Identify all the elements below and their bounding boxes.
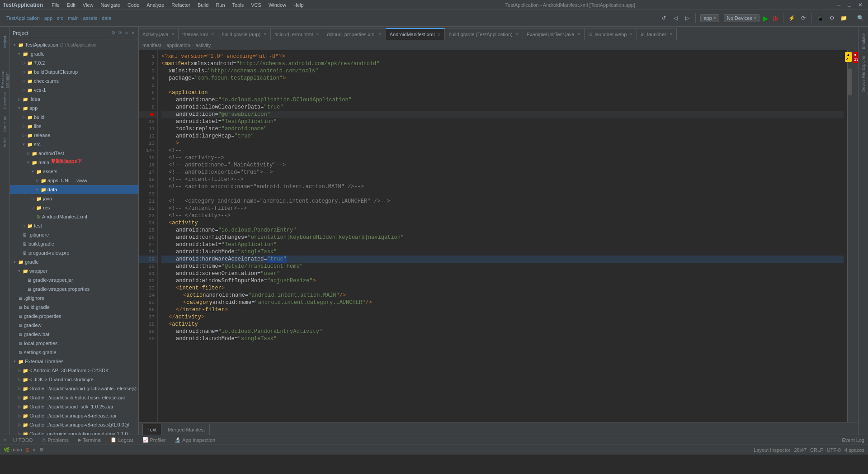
tree-item-app[interactable]: ▾ 📁 app: [10, 104, 138, 113]
encoding-status[interactable]: UTF-8: [827, 447, 841, 453]
nav-back-button[interactable]: ◁: [670, 13, 680, 23]
menu-build[interactable]: Build: [194, 1, 212, 9]
tab-close-buildgradle-app[interactable]: ✕: [263, 32, 267, 37]
menu-file[interactable]: File: [48, 1, 63, 9]
tab-merged-manifest[interactable]: Merged Manifest: [163, 424, 210, 435]
tree-item-7.0.2[interactable]: ▷ 📁 7.0.2: [10, 58, 138, 67]
tree-item-gradle-folder[interactable]: ▾ 📁 gradle: [10, 257, 138, 266]
menu-analyze[interactable]: Analyze: [143, 1, 167, 9]
tree-item-apps-uni[interactable]: ▷ 📁 apps_UNI_...www: [10, 176, 138, 185]
event-log-tab[interactable]: Event Log: [842, 437, 864, 443]
sdk-manager-button[interactable]: ⚙: [827, 13, 837, 23]
tab-text[interactable]: Text: [142, 424, 161, 435]
git-branch[interactable]: 🌿 main: [4, 447, 22, 453]
avd-manager-button[interactable]: 📱: [815, 13, 825, 23]
tree-item-gradle-properties[interactable]: 🗎 gradle.properties: [10, 312, 138, 321]
tab-dcloud-error[interactable]: dcloud_error.html ✕: [271, 28, 323, 40]
tree-item-build[interactable]: ▷ 📁 build: [10, 113, 138, 122]
tree-item-buildoutputcleanup[interactable]: ▷ 📁 buildOutputCleanup: [10, 67, 138, 76]
tab-close-activity[interactable]: ✕: [171, 32, 175, 37]
menu-tools[interactable]: Tools: [229, 1, 247, 9]
tree-item-wrapper[interactable]: ▾ 📁 wrapper: [10, 266, 138, 275]
tree-item-res[interactable]: ▷ 📁 res: [10, 203, 138, 212]
tab-close-manifest[interactable]: ✕: [437, 32, 441, 37]
menu-run[interactable]: Run: [212, 1, 228, 9]
maximize-button[interactable]: □: [844, 0, 854, 10]
tree-item-local-properties[interactable]: 🗎 local.properties: [10, 339, 138, 348]
tab-androidmanifest[interactable]: AndroidManifest.xml ✕: [386, 28, 445, 40]
todo-tab[interactable]: ☐ TODO: [10, 436, 36, 444]
breadcrumb-testapplication[interactable]: TestApplication: [6, 15, 40, 21]
tree-item-test[interactable]: ▷ 📁 test: [10, 221, 138, 230]
project-structure-button[interactable]: 📁: [839, 13, 849, 23]
tree-item-external-libs[interactable]: ▾ 📁 External Libraries: [10, 357, 138, 366]
menu-help[interactable]: Help: [290, 1, 307, 9]
build-status[interactable]: ⚙: [39, 447, 44, 453]
profiler-tab[interactable]: 📈 Profiler: [140, 436, 169, 444]
tree-item-gradle-hidden[interactable]: ▾ 📁 .gradle: [10, 49, 138, 58]
tab-close-ic-launcher-webp[interactable]: ✕: [629, 32, 633, 37]
logcat-tab[interactable]: 📋 Logcat: [108, 436, 136, 444]
tree-item-gitignore-root[interactable]: 🗎 .gitignore: [10, 294, 138, 303]
tree-item-vcs-1[interactable]: ▷ 📁 vcs-1: [10, 85, 138, 95]
tab-close-dcloud-props[interactable]: ✕: [378, 32, 382, 37]
tree-item-gradle-gif[interactable]: ▷ 📁 Gradle: :/app/libs/android-gif-drawa…: [10, 384, 138, 393]
run-button[interactable]: ▶: [763, 14, 768, 23]
tree-item-gradle-uniapp[interactable]: ▷ 📁 Gradle: :/app/libs/uniapp-v8-release…: [10, 411, 138, 420]
minimize-button[interactable]: ─: [834, 0, 844, 10]
tree-item-main[interactable]: ▾ 📁 main: [10, 158, 138, 167]
sync-status[interactable]: ≡: [33, 447, 35, 453]
problems-tab[interactable]: ⚠ Problems: [39, 436, 71, 444]
tree-item-androidmanifest[interactable]: 🗎 AndroidManifest.xml: [10, 212, 138, 221]
tree-item-java[interactable]: ▷ 📁 java: [10, 194, 138, 203]
menu-vcs[interactable]: VCS: [248, 1, 264, 9]
device-file-explorer-button[interactable]: Device File Explorer: [859, 54, 868, 93]
tab-close-buildgradle-test[interactable]: ✕: [515, 32, 519, 37]
tree-item-settings-gradle[interactable]: 🗎 settings.gradle: [10, 348, 138, 357]
breadcrumb-data[interactable]: data: [102, 15, 111, 21]
close-button[interactable]: ✕: [855, 0, 865, 10]
project-panel-button[interactable]: Project: [1, 28, 9, 56]
breadcrumb-src[interactable]: src: [57, 15, 64, 21]
tree-item-buildgradle-root[interactable]: 🗎 build.gradle: [10, 303, 138, 312]
favorites-button[interactable]: Favorites: [1, 89, 9, 112]
tab-close-ic-launcher[interactable]: ✕: [669, 32, 673, 37]
nav-forward-button[interactable]: ▷: [682, 13, 692, 23]
project-close-icon[interactable]: ✕: [130, 29, 136, 36]
recent-files-button[interactable]: ↺: [659, 13, 669, 23]
tab-activity-java[interactable]: Activity.java ✕: [139, 28, 179, 40]
tree-item-gradle-wrapper-jar[interactable]: 🗎 gradle-wrapper.jar: [10, 275, 138, 284]
layout-inspector-status[interactable]: Layout Inspector: [754, 447, 790, 453]
emulator-button[interactable]: Emulator: [859, 28, 868, 53]
device-selector[interactable]: No Devices ▾: [724, 14, 760, 22]
tab-close-themes[interactable]: ✕: [211, 32, 214, 37]
breadcrumb-main[interactable]: main: [68, 15, 79, 21]
tree-item-release[interactable]: ▷ 📁 release: [10, 131, 138, 140]
terminal-tab[interactable]: ▶ Terminal: [75, 436, 104, 444]
tree-item-gradle-wrapper-props[interactable]: 🗎 gradle-wrapper.properties: [10, 284, 138, 294]
search-everywhere-button[interactable]: 🔍: [855, 13, 865, 23]
code-area[interactable]: <?xml version="1.0" encoding="utf-8"?> <…: [158, 50, 847, 422]
menu-refactor[interactable]: Refactor: [168, 1, 193, 9]
tree-item-assets[interactable]: ▾ 📁 assets 复制到apps下: [10, 167, 138, 176]
tab-themes-xml[interactable]: themes.xml ✕: [179, 28, 218, 40]
app-inspection-tab[interactable]: 🔬 App Inspection: [172, 436, 218, 444]
menu-window[interactable]: Window: [265, 1, 289, 9]
line-sep-status[interactable]: CRLF: [810, 447, 823, 453]
menu-navigate[interactable]: Navigate: [97, 1, 123, 9]
tree-item-gradle-lib5plus[interactable]: ▷ 📁 Gradle: :/app/libs/lib.5plus.base-re…: [10, 393, 138, 402]
editor-scrollbar[interactable]: [847, 50, 852, 422]
scrollbar-thumb[interactable]: [848, 68, 852, 95]
project-sync-icon[interactable]: ⟳: [118, 29, 123, 36]
tree-item-buildgradle-app[interactable]: 🗎 build.gradle: [10, 239, 138, 248]
tree-item-android-api[interactable]: ▷ 📁 < Android API 30 Platform > D:\SDK: [10, 366, 138, 375]
breadcrumb-activity[interactable]: activity: [196, 43, 211, 48]
tab-exampleunittest[interactable]: ExampleUnitTest.java ✕: [523, 28, 585, 40]
run-config-selector[interactable]: app ▾: [700, 14, 719, 22]
tab-buildgradle-testapp[interactable]: build.gradle (TestApplication) ✕: [445, 28, 523, 40]
menu-view[interactable]: View: [80, 1, 97, 9]
structure-button[interactable]: Structure: [1, 113, 9, 135]
tree-item-jdk[interactable]: ▷ 📁 < JDK > D:\android-studio\jre: [10, 375, 138, 384]
tab-dcloud-properties[interactable]: dcloud_properties.xml ✕: [323, 28, 386, 40]
tab-ic-launcher-webp[interactable]: ic_launcher.webp ✕: [585, 28, 637, 40]
